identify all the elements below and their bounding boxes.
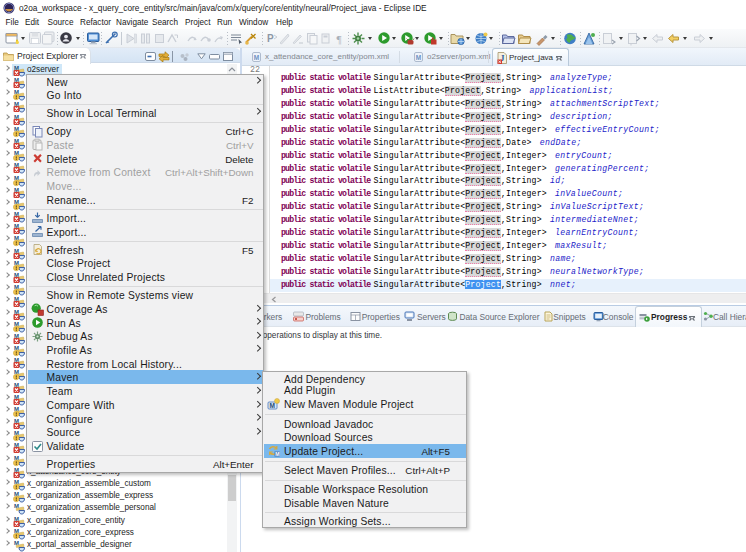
- svg-text:M: M: [14, 381, 19, 387]
- svg-text:P: P: [267, 33, 274, 44]
- svg-text:M: M: [14, 101, 19, 107]
- svg-text:M: M: [14, 393, 19, 399]
- svg-text:M: M: [14, 284, 19, 290]
- svg-text:M: M: [14, 137, 19, 143]
- svg-text:M: M: [14, 332, 19, 338]
- svg-text:M: M: [14, 539, 19, 545]
- svg-text:M: M: [14, 308, 19, 314]
- svg-text:M: M: [14, 235, 19, 241]
- svg-text:M: M: [14, 211, 19, 217]
- svg-text:M: M: [14, 454, 19, 460]
- svg-text:M: M: [14, 125, 19, 131]
- svg-text:M: M: [14, 503, 19, 509]
- svg-text:M: M: [14, 162, 19, 168]
- svg-text:M: M: [14, 271, 19, 277]
- svg-text:M: M: [14, 296, 19, 302]
- svg-text:M: M: [14, 515, 19, 521]
- svg-text:M: M: [416, 54, 421, 61]
- svg-text:M: M: [254, 54, 259, 61]
- svg-text:M: M: [14, 527, 19, 533]
- svg-text:M: M: [14, 64, 19, 70]
- svg-text:M: M: [14, 357, 19, 363]
- svg-text:M: M: [14, 369, 19, 375]
- svg-text:M: M: [14, 418, 19, 424]
- svg-text:M: M: [14, 320, 19, 326]
- svg-text:M: M: [14, 491, 19, 497]
- svg-text:M: M: [275, 451, 279, 457]
- svg-text:M: M: [14, 150, 19, 156]
- svg-text:M: M: [14, 247, 19, 253]
- svg-text:M: M: [270, 402, 275, 409]
- svg-text:M: M: [14, 259, 19, 265]
- svg-text:M: M: [14, 466, 19, 472]
- svg-text:M: M: [14, 174, 19, 180]
- svg-text:M: M: [14, 186, 19, 192]
- svg-text:M: M: [14, 479, 19, 485]
- svg-text:M: M: [14, 89, 19, 95]
- svg-text:¶: ¶: [337, 33, 342, 45]
- svg-text:M: M: [14, 345, 19, 351]
- svg-text:M: M: [14, 198, 19, 204]
- svg-text:M: M: [14, 405, 19, 411]
- svg-text:M: M: [14, 223, 19, 229]
- svg-text:M: M: [14, 442, 19, 448]
- svg-text:M: M: [14, 113, 19, 119]
- svg-text:M: M: [14, 430, 19, 436]
- svg-text:M: M: [14, 77, 19, 83]
